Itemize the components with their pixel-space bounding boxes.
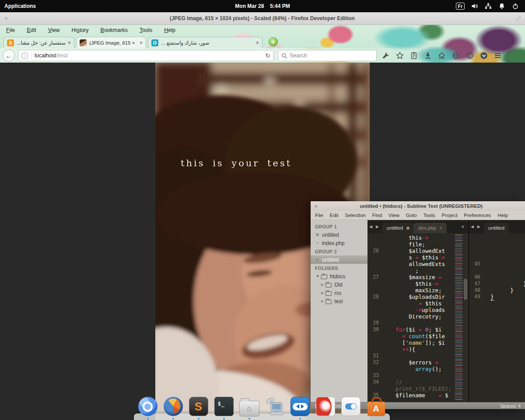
expander-icon[interactable]: ▼ — [316, 274, 319, 278]
dock-sublime-text[interactable]: S — [188, 396, 209, 417]
notifications-icon[interactable] — [498, 3, 505, 10]
close-window-icon[interactable]: × — [314, 203, 318, 209]
dock-firefox[interactable] — [163, 396, 183, 417]
sidebar-item-untitled[interactable]: untitled — [311, 256, 368, 264]
dock-red-app[interactable] — [315, 396, 336, 417]
back-button[interactable]: ← — [3, 49, 15, 62]
expander-icon[interactable]: ▶ — [321, 299, 324, 303]
tab-scroll-right-icon[interactable]: ▶ — [374, 220, 381, 233]
code-text: $errors = — [379, 359, 438, 366]
editor-tab-untitled[interactable]: untitled — [382, 223, 414, 233]
power-icon[interactable] — [512, 3, 519, 10]
line-number: 49 — [469, 294, 480, 300]
folder-icon — [321, 275, 328, 279]
reload-icon[interactable]: ↻ — [265, 52, 270, 59]
clipboard-icon[interactable] — [410, 52, 418, 60]
menu-bookmarks[interactable]: Bookmarks — [101, 27, 128, 33]
sidebar-item-test[interactable]: ▶test — [311, 297, 368, 305]
search-placeholder: Search — [290, 52, 307, 59]
menu-file[interactable]: File — [315, 213, 323, 218]
folder-icon — [326, 300, 332, 304]
tab-scroll-left-icon[interactable]: ◀ — [368, 220, 374, 233]
sidebar-item-htdocs[interactable]: ▼htdocs — [311, 272, 368, 280]
sublime-titlebar: × untitled • (htdocs) - Sublime Text (UN… — [311, 201, 525, 211]
dock-tweaks[interactable] — [340, 396, 361, 417]
tab-overflow-icon[interactable]: ▼ — [458, 220, 468, 233]
url-bar[interactable]: i localhost/test/ ↻ — [18, 50, 274, 61]
indent-setting[interactable]: Spaces: 4 — [500, 403, 521, 409]
home-icon[interactable] — [438, 52, 446, 60]
editor-tab-dex.php[interactable]: dex.php× — [414, 223, 447, 233]
menu-view[interactable]: View — [48, 27, 60, 33]
expander-icon[interactable]: ▶ — [321, 291, 324, 295]
editor-tab-untitled[interactable]: untitled — [484, 223, 509, 233]
code-editor-right[interactable]: 454647 }48 }49 } — [469, 233, 525, 403]
star-icon[interactable] — [396, 52, 404, 60]
globe-icon[interactable] — [452, 52, 460, 60]
dock-remote-desktop[interactable] — [264, 396, 285, 417]
tab-scroll-right-icon[interactable]: ▶ — [476, 220, 482, 233]
tab-close-icon[interactable]: × — [256, 40, 259, 46]
folder-icon — [326, 291, 332, 296]
tab-scroll-left-icon[interactable]: ◀ — [469, 220, 476, 233]
tab-close-icon[interactable]: × — [440, 226, 442, 231]
search-bar[interactable]: Search — [278, 50, 377, 61]
smiley-icon[interactable] — [466, 52, 474, 60]
dock-chromium[interactable] — [137, 396, 158, 417]
network-icon[interactable] — [485, 3, 492, 10]
menu-file[interactable]: File — [6, 27, 15, 33]
code-editor-left[interactable]: this-> file;26 $allowedExt s = $this-> a… — [368, 233, 468, 403]
browser-tab[interactable]: 5...استفسار عن: حل مشا× — [4, 37, 74, 48]
menu-history[interactable]: History — [72, 27, 89, 33]
menu-view[interactable]: View — [388, 213, 399, 218]
expander-icon[interactable]: ▶ — [321, 283, 324, 287]
scrollbar[interactable] — [463, 233, 468, 402]
code-text: $uploadsDir — [379, 294, 445, 300]
dock-files[interactable]: ⌂ — [239, 396, 259, 417]
menu-goto[interactable]: Goto — [406, 213, 417, 218]
tab-close-icon[interactable]: × — [68, 40, 71, 46]
applications-menu[interactable]: Applications — [4, 3, 36, 9]
sidebar-item-old[interactable]: ▶Old — [311, 280, 368, 289]
menu-help[interactable]: Help — [497, 213, 508, 218]
sidebar-item-rss[interactable]: ▶rss — [311, 289, 368, 297]
volume-icon[interactable] — [471, 3, 478, 10]
sidebar-item-index.php[interactable]: ×index.php — [311, 239, 368, 247]
menu-tools[interactable]: Tools — [140, 27, 152, 33]
restore-window-icon[interactable]: ⤢ — [516, 15, 521, 21]
code-text: file; — [379, 241, 425, 248]
site-info-icon[interactable]: i — [21, 52, 28, 59]
close-file-icon[interactable]: × — [316, 241, 318, 245]
scrollbar-thumb[interactable] — [464, 279, 467, 300]
keyboard-layout-indicator[interactable]: Fr — [456, 3, 465, 10]
minimap[interactable] — [455, 234, 462, 400]
menu-edit[interactable]: Edit — [330, 213, 339, 218]
menu-edit[interactable]: Edit — [27, 27, 36, 33]
tab-close-icon[interactable]: × — [140, 40, 143, 46]
line-number: 45 — [469, 261, 480, 267]
clock[interactable]: Mon Mar 28 5:44 PM — [235, 3, 290, 9]
close-window-icon[interactable]: × — [4, 15, 8, 21]
browser-tab[interactable]: (JPEG Image, 615 × 1024 p...× — [76, 37, 146, 48]
dock-teamviewer[interactable] — [290, 396, 310, 417]
remote-desktop-icon — [265, 396, 285, 416]
menu-help[interactable]: Help — [164, 27, 175, 33]
menu-selection[interactable]: Selection — [345, 213, 365, 218]
code-line: 28 $uploadsDir — [368, 294, 468, 300]
dock-software-center[interactable]: A — [366, 396, 386, 417]
wrench-icon[interactable] — [382, 52, 390, 60]
menu-tools[interactable]: Tools — [424, 213, 435, 218]
code-line: 48 } — [469, 287, 525, 294]
menu-project[interactable]: Project — [442, 213, 458, 218]
code-text: ++){ — [379, 346, 415, 353]
code-line: 29 — [368, 320, 468, 326]
chevron-down-icon[interactable] — [480, 52, 488, 60]
dock-terminal[interactable]: $_ — [214, 396, 234, 417]
menu-find[interactable]: Find — [372, 213, 382, 218]
sidebar-item-untitled[interactable]: untitled — [311, 231, 368, 239]
menu-icon[interactable] — [494, 52, 502, 60]
browser-tab[interactable]: O... صور، شارك واستمتع× — [148, 37, 262, 48]
download-icon[interactable] — [424, 52, 432, 60]
new-tab-button[interactable]: + — [269, 37, 278, 46]
menu-preferences[interactable]: Preferences — [464, 213, 491, 218]
